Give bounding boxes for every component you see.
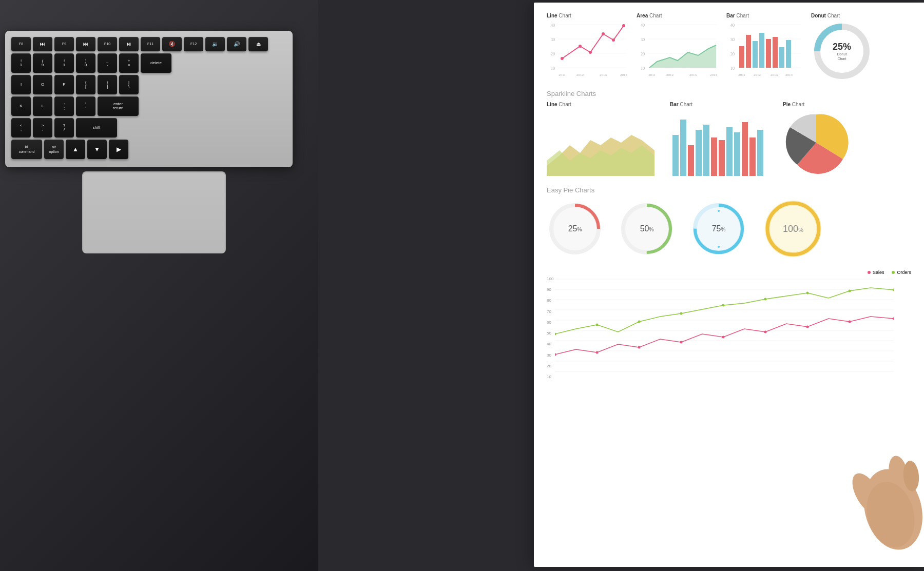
svg-rect-59	[703, 125, 709, 176]
svg-rect-43	[766, 39, 771, 68]
donut-chart-container: Donut Chart 25% DonutChart	[811, 13, 873, 82]
svg-point-106	[849, 290, 851, 292]
svg-text:2011: 2011	[738, 73, 745, 77]
svg-point-8	[561, 57, 564, 60]
svg-rect-46	[786, 40, 791, 68]
svg-text:10: 10	[551, 66, 555, 71]
hand-holding-paper	[811, 397, 924, 571]
key-i: I	[11, 75, 31, 94]
orders-dot	[892, 271, 895, 274]
svg-rect-66	[757, 130, 763, 176]
svg-point-95	[764, 331, 767, 333]
donut-wrapper: 25% DonutChart	[811, 21, 873, 82]
key-bracket-close: }]	[98, 75, 117, 94]
key-shift: shift	[76, 118, 117, 137]
svg-text:10: 10	[730, 66, 735, 71]
svg-text:2013: 2013	[771, 73, 778, 77]
svg-rect-57	[688, 145, 694, 176]
svg-text:30: 30	[551, 37, 555, 42]
keyboard-container: F8 ⏭ F9 ⏮ F10 ⏯ F11 🔇 F12 🔉 🔊 ⏏ !1 (9 !1…	[5, 31, 303, 246]
svg-point-11	[602, 32, 605, 35]
key-eject: ⏏	[248, 37, 268, 51]
key-minus: _-	[98, 53, 117, 73]
home-row: K L :; "' enterreturn	[11, 96, 286, 116]
key-1: !1	[11, 53, 31, 73]
area-chart-svg: 40 30 20 10 2011 2012 2013 2014	[637, 21, 719, 80]
svg-point-90	[555, 353, 556, 356]
sparkline-charts-row: Line Chart Bar Chart	[547, 102, 911, 176]
svg-rect-60	[711, 137, 717, 176]
key-command: ⌘command	[11, 140, 42, 159]
svg-point-102	[680, 312, 683, 315]
legend-sales: Sales	[868, 270, 884, 275]
svg-point-101	[638, 321, 641, 323]
svg-text:40: 40	[730, 23, 735, 28]
sparkline-bar-label: Bar Chart	[670, 102, 767, 107]
easy-pie-50-label: 50%	[640, 224, 654, 233]
donut-center-text: 25% DonutChart	[833, 42, 851, 61]
key-f11: F11	[141, 37, 160, 51]
svg-rect-61	[719, 140, 725, 176]
line-chart-svg: 40 30 20 10	[547, 21, 629, 80]
easy-pie-50: 50%	[619, 201, 675, 257]
sparkline-line-label: Line Chart	[547, 102, 654, 107]
pie-chart-svg	[783, 109, 850, 176]
easy-pie-25: 25%	[547, 201, 603, 257]
key-comma: <,	[11, 118, 31, 137]
area-chart-label: Area Chart	[637, 13, 719, 18]
svg-point-12	[612, 38, 615, 42]
svg-point-103	[722, 304, 725, 307]
y-axis-labels: 100 90 80 70 60 50 40 30 20 10	[547, 277, 553, 379]
key-num1: !1	[54, 53, 74, 73]
sparkline-line-container: Line Chart	[547, 102, 654, 176]
key-skip-back: ⏮	[76, 37, 95, 51]
trackpad[interactable]	[82, 171, 226, 253]
qwerty-top-row: I O P {[ }] |\	[11, 75, 286, 94]
easy-pie-section-title: Easy Pie Charts	[547, 186, 911, 194]
bar-chart-container: Bar Chart 40 30 20 10	[726, 13, 803, 80]
svg-point-99	[555, 333, 556, 336]
area-chart-container: Area Chart 40 30 20 10 2011 2012 2013	[637, 13, 719, 80]
line-chart-container: Line Chart 40 30 20 10	[547, 13, 629, 80]
key-p: P	[54, 75, 74, 94]
svg-rect-62	[726, 127, 733, 176]
svg-point-13	[622, 24, 625, 27]
svg-point-10	[589, 51, 592, 54]
key-vol-up: 🔊	[227, 37, 246, 51]
key-f9: F9	[54, 37, 74, 51]
key-quote: "'	[76, 96, 95, 116]
svg-text:40: 40	[551, 23, 555, 28]
svg-point-91	[596, 351, 599, 354]
bottom-chart-section: Sales Orders 100 90 80 70 60 50 40 30	[547, 270, 911, 382]
line-chart-label: Line Chart	[547, 13, 629, 18]
svg-point-98	[893, 318, 894, 320]
svg-text:2013: 2013	[689, 73, 697, 77]
svg-rect-65	[749, 137, 756, 176]
svg-point-104	[764, 298, 767, 301]
svg-point-107	[893, 289, 894, 291]
key-9: (9	[33, 53, 52, 73]
easy-pie-75-label: 75%	[712, 224, 726, 233]
svg-rect-40	[746, 35, 751, 68]
svg-rect-56	[680, 120, 686, 176]
key-l: L	[33, 96, 52, 116]
paper-area: Line Chart 40 30 20 10	[318, 0, 924, 571]
svg-text:2013: 2013	[600, 73, 607, 77]
key-skip-fwd: ⏭	[33, 37, 52, 51]
key-slash: ?/	[54, 118, 74, 137]
function-key-row: F8 ⏭ F9 ⏮ F10 ⏯ F11 🔇 F12 🔉 🔊 ⏏	[11, 37, 286, 51]
key-semicolon: :;	[54, 96, 74, 116]
svg-point-77	[718, 246, 720, 248]
shift-row: <, >. ?/ shift	[11, 118, 286, 137]
key-arrow-right: ▶	[109, 140, 128, 159]
bottom-line-chart-svg	[555, 277, 894, 382]
svg-point-97	[849, 321, 851, 323]
key-vol-down: 🔉	[205, 37, 225, 51]
svg-text:10: 10	[641, 66, 645, 71]
chart-legend: Sales Orders	[547, 270, 911, 275]
key-f8: F8	[11, 37, 31, 51]
keyboard: F8 ⏭ F9 ⏮ F10 ⏯ F11 🔇 F12 🔉 🔊 ⏏ !1 (9 !1…	[5, 31, 293, 167]
key-mute: 🔇	[162, 37, 182, 51]
key-plus: +=	[119, 53, 139, 73]
svg-point-76	[718, 210, 720, 212]
